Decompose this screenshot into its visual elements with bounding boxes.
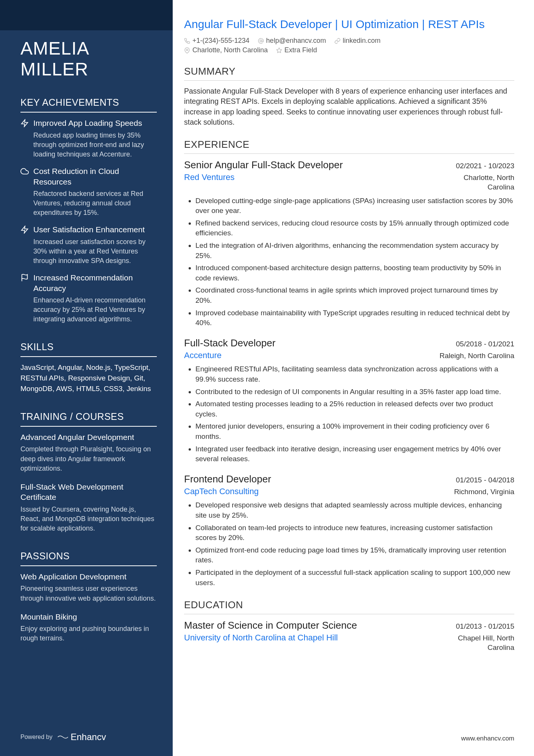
achievement-desc: Reduced app loading times by 35% through…	[33, 131, 157, 160]
job-bullet: Collaborated on team-led projects to int…	[195, 523, 514, 543]
achievement-item: User Satisfaction Enhancement Increased …	[20, 224, 157, 266]
achievements-section: KEY ACHIEVEMENTS Improved App Loading Sp…	[20, 97, 157, 324]
achievement-body: User Satisfaction Enhancement Increased …	[33, 224, 157, 266]
job-location: Richmond, Virginia	[454, 487, 514, 497]
passions-heading: PASSIONS	[20, 551, 157, 566]
passion-title: Mountain Biking	[20, 612, 157, 622]
job-bullet: Developed responsive web designs that ad…	[195, 500, 514, 520]
job-bullet: Participated in the deployment of a succ…	[195, 568, 514, 588]
phone-icon	[184, 38, 190, 44]
svg-marker-0	[22, 120, 28, 127]
extra-value: Extra Field	[284, 46, 317, 54]
enhancv-logo-icon	[57, 733, 69, 741]
svg-point-3	[260, 40, 262, 42]
achievement-desc: Enhanced AI-driven recommendation accura…	[33, 296, 157, 324]
job-bullet: Developed cutting-edge single-page appli…	[195, 196, 514, 216]
education-subheader: University of North Carolina at Chapel H…	[184, 633, 514, 652]
svg-marker-1	[22, 226, 28, 233]
job-location: Raleigh, North Carolina	[440, 351, 515, 361]
job-bullet: Led the integration of AI-driven algorit…	[195, 241, 514, 261]
job-location: Charlotte, North Carolina	[435, 173, 514, 192]
email-value: help@enhancv.com	[266, 37, 326, 45]
job-bullet: Integrated user feedback into iterative …	[195, 444, 514, 464]
achievement-item: Increased Recommendation Accuracy Enhanc…	[20, 272, 157, 324]
star-icon	[276, 47, 282, 53]
training-heading: TRAINING / COURSES	[20, 411, 157, 427]
summary-text: Passionate Angular Full-Stack Developer …	[184, 86, 514, 127]
job-bullets: Engineered RESTful APIs, facilitating se…	[184, 364, 514, 464]
pin-icon	[184, 47, 190, 53]
brand-logo: Enhancv	[57, 732, 106, 742]
achievement-title: Cost Reduction in Cloud Resources	[33, 166, 157, 187]
jobs-list: Senior Angular Full-Stack Developer 02/2…	[184, 159, 514, 588]
job-bullet: Optimized front-end code reducing page l…	[195, 545, 514, 565]
education-dates: 01/2013 - 01/2015	[456, 622, 514, 631]
training-section: TRAINING / COURSES Advanced Angular Deve…	[20, 411, 157, 533]
job-title: Frontend Developer	[184, 473, 271, 485]
achievement-title: Increased Recommendation Accuracy	[33, 272, 157, 293]
job-item: Full-Stack Developer 05/2018 - 01/2021 A…	[184, 337, 514, 464]
course-desc: Completed through Pluralsight, focusing …	[20, 445, 157, 473]
school-location: Chapel Hill, North Carolina	[435, 634, 514, 652]
summary-heading: SUMMARY	[184, 66, 514, 81]
achievement-item: Cost Reduction in Cloud Resources Refact…	[20, 166, 157, 218]
job-company: CapTech Consulting	[184, 487, 259, 496]
achievement-body: Increased Recommendation Accuracy Enhanc…	[33, 272, 157, 324]
candidate-name: AMELIA MILLER	[20, 38, 157, 80]
achievement-item: Improved App Loading Speeds Reduced app …	[20, 118, 157, 159]
flag-icon	[20, 274, 29, 282]
job-bullet: Mentored junior developers, ensuring a 1…	[195, 421, 514, 441]
job-title: Senior Angular Full-Stack Developer	[184, 159, 343, 171]
linkedin-value: linkedin.com	[343, 37, 381, 45]
course-item: Full-Stack Web Development Certificate I…	[20, 482, 157, 533]
svg-point-4	[186, 49, 188, 50]
location-value: Charlotte, North Carolina	[192, 46, 268, 54]
zap-icon	[20, 119, 29, 127]
footer-left: Powered by Enhancv	[20, 732, 106, 742]
resume-page: AMELIA MILLER KEY ACHIEVEMENTS Improved …	[0, 0, 534, 756]
contact-email: help@enhancv.com	[258, 37, 326, 45]
course-title: Full-Stack Web Development Certificate	[20, 482, 157, 502]
powered-by-label: Powered by	[20, 734, 53, 740]
job-item: Frontend Developer 01/2015 - 04/2018 Cap…	[184, 473, 514, 588]
main-content: Angular Full-Stack Developer | UI Optimi…	[173, 0, 534, 756]
achievements-list: Improved App Loading Speeds Reduced app …	[20, 118, 157, 324]
contact-linkedin: linkedin.com	[334, 37, 381, 45]
passions-list: Web Application Development Pioneering s…	[20, 571, 157, 643]
achievements-heading: KEY ACHIEVEMENTS	[20, 97, 157, 113]
course-desc: Issued by Coursera, covering Node.js, Re…	[20, 505, 157, 534]
passion-desc: Pioneering seamless user experiences thr…	[20, 584, 157, 603]
job-bullet: Introduced component-based architecture …	[195, 263, 514, 283]
job-dates: 01/2015 - 04/2018	[456, 476, 514, 484]
achievement-body: Cost Reduction in Cloud Resources Refact…	[33, 166, 157, 218]
job-bullet: Improved codebase maintainability with T…	[195, 308, 514, 328]
job-bullet: Contributed to the redesign of UI compon…	[195, 387, 514, 397]
passion-desc: Enjoy exploring and pushing boundaries i…	[20, 624, 157, 643]
achievement-desc: Refactored backend services at Red Ventu…	[33, 189, 157, 218]
achievement-desc: Increased user satisfaction scores by 30…	[33, 237, 157, 266]
zap-icon	[20, 225, 29, 234]
passion-item: Mountain Biking Enjoy exploring and push…	[20, 612, 157, 643]
skills-section: SKILLS JavaScript, Angular, Node.js, Typ…	[20, 341, 157, 394]
job-subheader: Accenture Raleigh, North Carolina	[184, 351, 514, 361]
degree-title: Master of Science in Computer Science	[184, 620, 357, 631]
job-header: Full-Stack Developer 05/2018 - 01/2021	[184, 337, 514, 349]
passion-item: Web Application Development Pioneering s…	[20, 571, 157, 603]
skills-heading: SKILLS	[20, 341, 157, 357]
job-bullet: Refined backend services, reducing cloud…	[195, 218, 514, 238]
school-name: University of North Carolina at Chapel H…	[184, 633, 338, 643]
experience-heading: EXPERIENCE	[184, 139, 514, 154]
job-bullet: Coordinated cross-functional teams in ag…	[195, 285, 514, 305]
at-icon	[258, 38, 264, 44]
job-subheader: Red Ventures Charlotte, North Carolina	[184, 172, 514, 192]
job-bullets: Developed responsive web designs that ad…	[184, 500, 514, 588]
courses-list: Advanced Angular Development Completed t…	[20, 432, 157, 533]
course-title: Advanced Angular Development	[20, 432, 157, 442]
skills-text: JavaScript, Angular, Node.js, TypeScript…	[20, 362, 157, 394]
contact-row-2: Charlotte, North Carolina Extra Field	[184, 46, 514, 54]
phone-value: +1-(234)-555-1234	[192, 37, 250, 45]
job-dates: 02/2021 - 10/2023	[456, 162, 514, 170]
job-bullet: Engineered RESTful APIs, facilitating se…	[195, 364, 514, 384]
achievement-body: Improved App Loading Speeds Reduced app …	[33, 118, 157, 159]
sidebar-top-band	[0, 0, 173, 30]
